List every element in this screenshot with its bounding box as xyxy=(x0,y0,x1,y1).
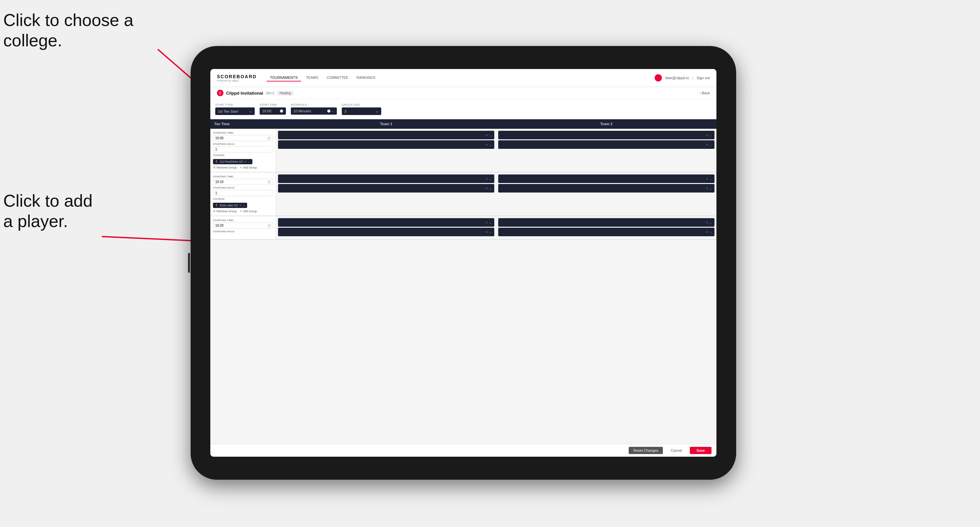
player-slot-2-2[interactable]: × ⌄ xyxy=(498,140,714,149)
nav-teams[interactable]: TEAMS xyxy=(303,74,322,81)
nav-rankings[interactable]: RANKINGS xyxy=(353,74,379,81)
player-slot-6-1[interactable]: × ⌄ xyxy=(498,218,714,227)
player-arrow-4-2[interactable]: ⌄ xyxy=(709,187,712,190)
hosting-badge: Hosting xyxy=(277,90,293,95)
player-slot-5-1[interactable]: × ⌄ xyxy=(278,218,494,227)
add-group-2[interactable]: + Add Group xyxy=(240,210,257,213)
nav-tournaments[interactable]: TOURNAMENTS xyxy=(267,74,301,81)
schedule-row-1: STARTING TIME: 10:00 🕐 STARTING HOLE: 1 … xyxy=(210,129,716,173)
player-arrow-6-2[interactable]: ⌄ xyxy=(709,230,712,234)
player-remove-6-2[interactable]: × xyxy=(706,230,708,234)
player-remove-5-2[interactable]: × xyxy=(486,230,488,234)
settings-row: Start Type 1st Tee Start ⌄ Start Time 10… xyxy=(210,99,716,119)
player-arrow-1-2[interactable]: ⌄ xyxy=(489,143,492,146)
footer-bar: Reset Changes Cancel Save xyxy=(210,444,716,457)
player-slot-2-1[interactable]: × ⌄ xyxy=(498,131,714,139)
starting-time-label-1: STARTING TIME: xyxy=(213,132,273,134)
start-type-select[interactable]: 1st Tee Start ⌄ xyxy=(215,108,255,115)
starting-hole-label-2: STARTING HOLE: xyxy=(213,186,273,189)
player-remove-2-1[interactable]: × xyxy=(706,133,708,137)
group-size-group: Group Size 3 ⌄ xyxy=(342,103,381,115)
course-label-2: COURSE: xyxy=(213,197,273,200)
annotation-1-line1: Click to choose a xyxy=(3,11,134,30)
intervals-group: Intervals 10 Minutes 🕐 ⌄ xyxy=(291,103,337,115)
player-arrow-3-2[interactable]: ⌄ xyxy=(489,187,492,190)
course-section-2: 🏌 East Lake GC × ⌄ xyxy=(213,202,273,208)
table-header: Tee Time Team 1 Team 2 xyxy=(210,119,716,129)
tournament-gender: (Men) xyxy=(266,91,274,95)
player-arrow-5-2[interactable]: ⌄ xyxy=(489,230,492,234)
player-slot-3-2[interactable]: × ⌄ xyxy=(278,184,494,192)
nav-links: TOURNAMENTS TEAMS COMMITTEE RANKINGS xyxy=(267,74,655,81)
player-arrow-4-1[interactable]: ⌄ xyxy=(709,177,712,181)
nav-committee[interactable]: COMMITTEE xyxy=(323,74,352,81)
player-slot-1-2[interactable]: × ⌄ xyxy=(278,140,494,149)
starting-hole-input-2[interactable]: 1 ⌄ xyxy=(213,190,273,196)
course-remove-2[interactable]: × xyxy=(240,204,241,207)
remove-group-2[interactable]: ↺ Remove Group xyxy=(213,210,237,213)
player-remove-3-1[interactable]: × xyxy=(486,177,488,181)
nav-right: blair@clippd.io | Sign out xyxy=(655,74,710,81)
player-slot-3-1[interactable]: × ⌄ xyxy=(278,175,494,183)
sub-header: C Clippd Invitational (Men) Hosting ‹ Ba… xyxy=(210,87,716,99)
player-arrow-6-1[interactable]: ⌄ xyxy=(709,221,712,224)
player-arrow-1-1[interactable]: ⌄ xyxy=(489,133,492,137)
course-section-1: 🏌 (A) Peachtree GC × ⌄ xyxy=(213,158,273,164)
sign-out-link[interactable]: Sign out xyxy=(697,76,710,80)
tablet-side-button xyxy=(188,253,190,273)
starting-time-input-3[interactable]: 10:20 🕐 xyxy=(213,222,273,229)
player-remove-1-1[interactable]: × xyxy=(486,133,488,137)
player-remove-4-1[interactable]: × xyxy=(706,177,708,181)
player-arrow-2-1[interactable]: ⌄ xyxy=(709,133,712,137)
course-tag-1[interactable]: 🏌 (A) Peachtree GC × ⌄ xyxy=(213,159,252,164)
starting-time-input-2[interactable]: 10:10 🕐 xyxy=(213,179,273,185)
start-time-input[interactable]: 10:00 🕐 xyxy=(259,108,286,115)
tee-time-col-1: STARTING TIME: 10:00 🕐 STARTING HOLE: 1 … xyxy=(210,129,276,172)
annotation-2-line2: a player. xyxy=(3,211,68,231)
tournament-name: Clippd Invitational xyxy=(226,90,263,95)
starting-time-input-1[interactable]: 10:00 🕐 xyxy=(213,135,273,141)
add-group-1[interactable]: + Add Group xyxy=(240,166,257,169)
annotation-1-line2: college. xyxy=(3,31,62,50)
player-remove-6-1[interactable]: × xyxy=(706,221,708,224)
player-remove-5-1[interactable]: × xyxy=(486,221,488,224)
tee-time-col-2: STARTING TIME: 10:10 🕐 STARTING HOLE: 1 … xyxy=(210,173,276,216)
team2-col-2: × ⌄ × ⌄ xyxy=(496,173,716,216)
player-slot-5-2[interactable]: × ⌄ xyxy=(278,228,494,236)
logo-title: SCOREBOARD xyxy=(217,74,257,79)
starting-hole-label-3: STARTING HOLE: xyxy=(213,230,273,233)
player-arrow-3-1[interactable]: ⌄ xyxy=(489,177,492,181)
back-button[interactable]: ‹ Back xyxy=(700,91,710,95)
course-remove-1[interactable]: × xyxy=(245,160,247,163)
group-size-label: Group Size xyxy=(342,103,381,106)
player-slot-4-2[interactable]: × ⌄ xyxy=(498,184,714,192)
player-slot-6-2[interactable]: × ⌄ xyxy=(498,228,714,236)
group-size-select[interactable]: 3 ⌄ xyxy=(342,108,381,115)
remove-group-1[interactable]: ↺ Remove Group xyxy=(213,166,237,169)
player-remove-3-2[interactable]: × xyxy=(486,187,488,190)
reset-button[interactable]: Reset Changes xyxy=(629,447,663,454)
user-avatar xyxy=(655,74,662,81)
player-remove-2-2[interactable]: × xyxy=(706,143,708,146)
tee-time-col-3: STARTING TIME: 10:20 🕐 STARTING HOLE: xyxy=(210,216,276,239)
course-tag-2[interactable]: 🏌 East Lake GC × ⌄ xyxy=(213,203,247,208)
player-arrow-5-1[interactable]: ⌄ xyxy=(489,221,492,224)
course-edit-2[interactable]: ⌄ xyxy=(243,204,245,207)
player-slot-1-1[interactable]: × ⌄ xyxy=(278,131,494,139)
course-edit-1[interactable]: ⌄ xyxy=(248,160,250,163)
player-arrow-2-2[interactable]: ⌄ xyxy=(709,143,712,146)
player-remove-1-2[interactable]: × xyxy=(486,143,488,146)
save-button[interactable]: Save xyxy=(690,447,711,454)
intervals-select[interactable]: 10 Minutes 🕐 ⌄ xyxy=(291,108,337,115)
user-email: blair@clippd.io xyxy=(665,76,689,80)
th-team2: Team 2 xyxy=(496,119,716,129)
tablet-frame: SCOREBOARD Powered by clippd TOURNAMENTS… xyxy=(191,46,736,480)
cancel-button[interactable]: Cancel xyxy=(666,447,687,454)
start-time-label: Start Time xyxy=(259,103,286,106)
logo-subtitle: Powered by clippd xyxy=(217,79,257,82)
annotation-1: Click to choose a college. xyxy=(3,10,134,51)
player-slot-4-1[interactable]: × ⌄ xyxy=(498,175,714,183)
starting-hole-input-1[interactable]: 1 ⌄ xyxy=(213,146,273,152)
content-area[interactable]: Start Type 1st Tee Start ⌄ Start Time 10… xyxy=(210,99,716,444)
player-remove-4-2[interactable]: × xyxy=(706,187,708,190)
